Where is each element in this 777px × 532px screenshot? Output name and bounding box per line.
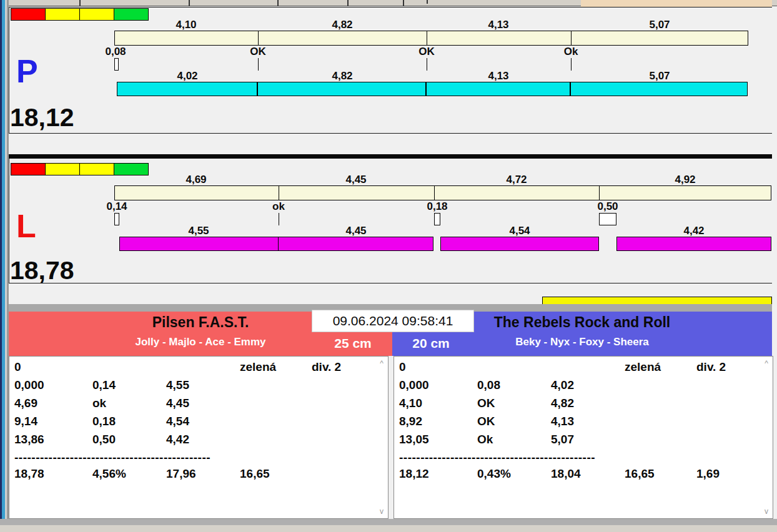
- run-bar-segment: [570, 82, 748, 96]
- window-top-strip: [0, 0, 777, 6]
- table-cell: 0,14: [92, 378, 166, 397]
- table-cell: 4,55: [166, 378, 240, 397]
- table-cell: [625, 378, 696, 397]
- table-cell: [312, 378, 388, 397]
- table-cell: [240, 378, 312, 397]
- table-cell: 0,43%: [477, 467, 551, 485]
- team-left-jump-height: 25 cm: [315, 336, 390, 351]
- scroll-up-arrow[interactable]: ^: [378, 359, 385, 368]
- run-bar-segment: [117, 82, 257, 96]
- table-cell: 13,05: [399, 433, 477, 451]
- bottom-status-band: [0, 519, 777, 525]
- lane-divider: [9, 154, 772, 159]
- run-bar-segment: [616, 237, 771, 251]
- scroll-down-arrow[interactable]: v: [763, 507, 770, 516]
- table-cell: [625, 397, 696, 415]
- table-cell: OK: [477, 397, 551, 415]
- table-cell: [551, 360, 625, 378]
- table-cell: [477, 360, 551, 378]
- table-cell: [625, 415, 696, 433]
- table-cell: 0,18: [92, 415, 166, 433]
- table-separator: ----------------------------------------…: [14, 451, 388, 467]
- scroll-down-arrow[interactable]: v: [378, 507, 385, 516]
- table-separator: ----------------------------------------…: [399, 451, 773, 467]
- run-bar-segment: [257, 82, 426, 96]
- table-cell: [92, 360, 166, 378]
- team-left-results-table: ^ v 0zelenádiv. 20,0000,144,554,69ok4,45…: [9, 356, 388, 519]
- lane-l-run-bars: [9, 161, 772, 283]
- table-cell: 4,02: [551, 378, 625, 397]
- bottom-status-band-light: [0, 525, 777, 532]
- strip-divider: [403, 0, 404, 6]
- table-cell: OK: [477, 415, 551, 433]
- table-cell: [240, 397, 312, 415]
- table-cell: zelená: [625, 360, 696, 378]
- table-cell: [240, 433, 312, 451]
- table-cell: [312, 415, 388, 433]
- table-cell: 4,10: [399, 397, 477, 415]
- run-bar-segment: [278, 237, 433, 251]
- table-cell: 0,000: [399, 378, 477, 397]
- table-row: 9,140,184,54: [14, 415, 388, 433]
- table-cell: 4,45: [166, 397, 240, 415]
- table-cell: 18,12: [399, 467, 477, 485]
- run-bar-segment: [119, 237, 279, 251]
- table-totals-row: 18,784,56%17,9616,65: [14, 467, 388, 485]
- lane-l-panel: L 18,78 4,694,454,724,92 0,14ok0,180,50 …: [9, 161, 772, 283]
- table-cell: 4,56%: [92, 467, 166, 485]
- strip-divider: [277, 0, 279, 6]
- table-cell: [240, 415, 312, 433]
- lane-p-run-bars: [9, 6, 772, 133]
- team-right-jump-height: 20 cm: [393, 336, 468, 351]
- table-row: 13,05Ok5,07: [399, 433, 773, 451]
- table-cell: 16,65: [625, 467, 696, 485]
- strip-mark: [427, 0, 428, 4]
- table-cell: zelená: [240, 360, 312, 378]
- table-cell: [312, 433, 388, 451]
- strip-divider: [189, 0, 190, 6]
- table-row: 13,860,504,42: [14, 433, 388, 451]
- table-cell: 4,42: [166, 433, 240, 451]
- table-cell: 9,14: [14, 415, 92, 433]
- table-cell: 4,82: [551, 397, 625, 415]
- table-row: 4,69ok4,45: [14, 397, 388, 415]
- table-cell: 1,69: [696, 467, 773, 485]
- table-row: 8,92OK4,13: [399, 415, 773, 433]
- table-cell: 13,86: [14, 433, 92, 451]
- table-cell: [625, 433, 696, 451]
- table-cell: 4,54: [166, 415, 240, 433]
- table-cell: 0: [14, 360, 92, 378]
- table-header-row: 0zelenádiv. 2: [14, 360, 388, 378]
- scroll-up-arrow[interactable]: ^: [763, 359, 770, 368]
- table-totals-row: 18,120,43%18,0416,651,69: [399, 467, 773, 485]
- table-cell: [696, 397, 773, 415]
- table-cell: [696, 378, 773, 397]
- table-header-row: 0zelenádiv. 2: [399, 360, 773, 378]
- table-cell: 17,96: [166, 467, 240, 485]
- table-cell: 4,13: [551, 415, 625, 433]
- run-bar-segment: [440, 237, 599, 251]
- strip-divider: [347, 0, 349, 6]
- table-cell: Ok: [477, 433, 551, 451]
- table-cell: ok: [92, 397, 166, 415]
- table-cell: [696, 415, 773, 433]
- table-cell: 16,65: [240, 467, 312, 485]
- table-cell: div. 2: [696, 360, 773, 378]
- table-row: 0,0000,144,55: [14, 378, 388, 397]
- lane-p-panel: P 18,12 4,104,824,135,07 0,08OKOKOk 4,02…: [9, 6, 772, 133]
- table-cell: 18,78: [14, 467, 92, 485]
- table-cell: 0: [399, 360, 477, 378]
- table-cell: [312, 467, 388, 485]
- table-row: 4,10OK4,82: [399, 397, 773, 415]
- table-cell: 8,92: [399, 415, 477, 433]
- run-bar-segment: [426, 82, 570, 96]
- table-cell: 4,69: [14, 397, 92, 415]
- team-right-results-table: ^ v 0zelenádiv. 20,0000,084,024,10OK4,82…: [393, 356, 773, 519]
- table-row: 0,0000,084,02: [399, 378, 773, 397]
- datetime-display: 09.06.2024 09:58:41: [312, 310, 474, 332]
- strip-divider: [79, 0, 81, 6]
- lane-p-message-row: [9, 133, 772, 154]
- table-cell: [312, 397, 388, 415]
- table-cell: 0,50: [92, 433, 166, 451]
- table-cell: [166, 360, 240, 378]
